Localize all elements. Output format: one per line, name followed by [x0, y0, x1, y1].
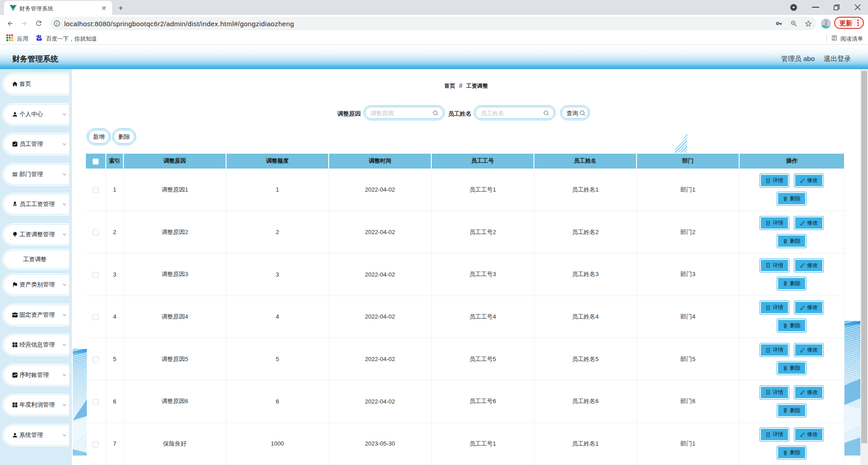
svg-text:du: du: [38, 38, 41, 40]
